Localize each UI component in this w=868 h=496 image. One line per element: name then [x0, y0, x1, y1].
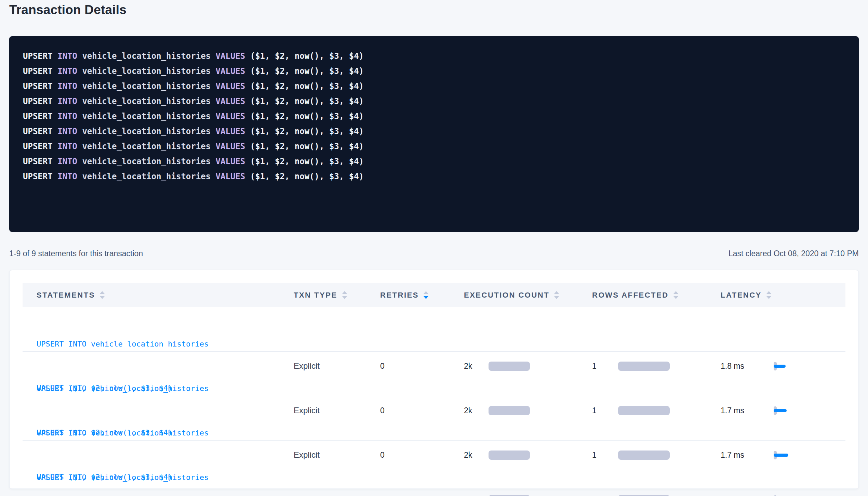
sql-statement-line: UPSERT INTO vehicle_location_histories V…: [23, 139, 845, 154]
table-row: UPSERT INTO vehicle_location_histories V…: [23, 396, 845, 441]
sql-statement-line: UPSERT INTO vehicle_location_histories V…: [23, 124, 845, 139]
sql-keyword-upsert: UPSERT: [23, 112, 53, 121]
sql-statement-line: UPSERT INTO vehicle_location_histories V…: [23, 109, 845, 124]
sql-args: ($1, $2, now(), $3, $4): [250, 157, 364, 166]
rows-affected-cell: 1: [592, 362, 721, 371]
column-header[interactable]: EXECUTION COUNT: [464, 291, 592, 300]
column-header-label: TXN TYPE: [294, 291, 337, 300]
sql-args: ($1, $2, now(), $3, $4): [250, 81, 364, 91]
sql-args: ($1, $2, now(), $3, $4): [250, 51, 364, 61]
sql-keyword-upsert: UPSERT: [23, 66, 53, 76]
retries-cell: 0: [380, 362, 464, 371]
table-header-row: STATEMENTS TXN TYPE RETRIES EX: [23, 283, 845, 307]
table-row: UPSERT INTO vehicle_location_histories V…: [23, 352, 845, 396]
sort-descending-icon[interactable]: [673, 296, 678, 299]
sort-ascending-icon[interactable]: [766, 291, 771, 294]
latency-cell: 1.7 ms: [721, 406, 845, 415]
sql-statement-line: UPSERT INTO vehicle_location_histories V…: [23, 64, 845, 79]
latency-chart: [774, 362, 815, 371]
sql-keyword-into: INTO: [57, 96, 77, 106]
sort-descending-icon[interactable]: [766, 296, 771, 299]
sort-ascending-icon[interactable]: [342, 291, 347, 294]
rows-affected-bar: [618, 362, 670, 371]
column-header[interactable]: TXN TYPE: [294, 291, 380, 300]
rows-affected-cell: 1: [592, 406, 721, 415]
rows-affected-value: 1: [592, 362, 618, 371]
page-title: Transaction Details: [9, 3, 859, 17]
rows-affected-value: 1: [592, 495, 618, 496]
sql-keyword-into: INTO: [57, 157, 77, 166]
table-row: UPSERT INTO vehicle_location_histories V…: [23, 441, 845, 485]
retries-cell: 0: [380, 495, 464, 496]
execution-count-value: 2k: [464, 451, 489, 460]
sort-arrows[interactable]: [424, 291, 428, 299]
rows-affected-value: 1: [592, 406, 618, 415]
statement-link[interactable]: UPSERT INTO vehicle_location_histories V…: [37, 441, 294, 496]
table-body: UPSERT INTO vehicle_location_histories V…: [23, 307, 845, 485]
txn-type-cell: Explicit: [294, 406, 380, 415]
sort-ascending-icon[interactable]: [100, 291, 105, 294]
sql-table-name: vehicle_location_histories: [82, 157, 211, 166]
sort-arrows[interactable]: [342, 291, 347, 299]
sql-statement-line: UPSERT INTO vehicle_location_histories V…: [23, 169, 845, 184]
sql-keyword-into: INTO: [57, 112, 77, 121]
sort-descending-icon[interactable]: [554, 296, 559, 299]
column-header[interactable]: ROWS AFFECTED: [592, 291, 721, 300]
sql-keyword-upsert: UPSERT: [23, 157, 53, 166]
summary-bar: 1-9 of 9 statements for this transaction…: [9, 249, 859, 258]
latency-cell: 1.8 ms: [721, 362, 845, 371]
latency-chart: [774, 495, 815, 496]
sort-arrows[interactable]: [673, 291, 678, 299]
sort-arrows[interactable]: [554, 291, 559, 299]
column-header[interactable]: STATEMENTS: [23, 291, 294, 300]
sql-keyword-values: VALUES: [216, 66, 245, 76]
column-header-label: STATEMENTS: [37, 291, 95, 300]
execution-count-cell: 2k: [464, 362, 592, 371]
column-header[interactable]: RETRIES: [380, 291, 464, 300]
sql-keyword-into: INTO: [57, 172, 77, 181]
latency-chart: [774, 451, 815, 460]
sort-ascending-icon[interactable]: [673, 291, 678, 294]
sql-keyword-values: VALUES: [216, 142, 245, 151]
sql-keyword-into: INTO: [57, 66, 77, 76]
sql-keyword-values: VALUES: [216, 172, 245, 181]
sql-keyword-upsert: UPSERT: [23, 96, 53, 106]
sql-table-name: vehicle_location_histories: [82, 172, 211, 181]
sort-ascending-icon[interactable]: [554, 291, 559, 294]
sql-keyword-values: VALUES: [216, 127, 245, 136]
txn-type-cell: Explicit: [294, 495, 380, 496]
txn-type-cell: Explicit: [294, 361, 380, 371]
retries-cell: 0: [380, 451, 464, 460]
rows-affected-value: 1: [592, 451, 618, 460]
latency-bar: [774, 365, 786, 368]
execution-count-value: 2k: [464, 406, 489, 415]
sort-ascending-icon[interactable]: [424, 291, 428, 294]
sql-statements-box: UPSERT INTO vehicle_location_histories V…: [9, 36, 859, 232]
sql-keyword-upsert: UPSERT: [23, 142, 53, 151]
sql-keyword-values: VALUES: [216, 157, 245, 166]
execution-count-bar: [489, 406, 530, 415]
statement-line-1: UPSERT INTO vehicle_location_histories: [37, 470, 294, 485]
execution-count-bar: [489, 451, 530, 460]
sql-keyword-values: VALUES: [216, 96, 245, 106]
latency-bar: [774, 454, 788, 457]
sql-statement-line: UPSERT INTO vehicle_location_histories V…: [23, 94, 845, 109]
sql-keyword-values: VALUES: [216, 112, 245, 121]
sort-descending-icon[interactable]: [424, 296, 428, 299]
column-header-label: RETRIES: [380, 291, 419, 300]
latency-value: 1.7 ms: [721, 451, 774, 460]
sort-arrows[interactable]: [766, 291, 771, 299]
sort-descending-icon[interactable]: [100, 296, 105, 299]
sql-keyword-upsert: UPSERT: [23, 81, 53, 91]
latency-cell: 2.0 ms: [721, 495, 845, 496]
latency-chart: [774, 406, 815, 415]
column-header[interactable]: LATENCY: [721, 291, 845, 300]
execution-count-cell: 2k: [464, 451, 592, 460]
sql-args: ($1, $2, now(), $3, $4): [250, 112, 364, 121]
latency-value: 1.7 ms: [721, 406, 774, 415]
sort-arrows[interactable]: [100, 291, 105, 299]
sort-descending-icon[interactable]: [342, 296, 347, 299]
sql-args: ($1, $2, now(), $3, $4): [250, 127, 364, 136]
column-header-label: ROWS AFFECTED: [592, 291, 669, 300]
sql-table-name: vehicle_location_histories: [82, 81, 211, 91]
